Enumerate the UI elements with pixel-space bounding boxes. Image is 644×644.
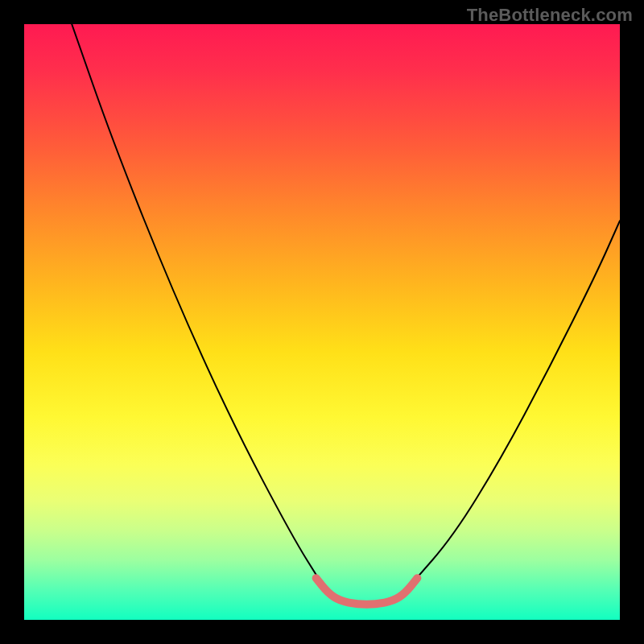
series-trough-highlight (316, 578, 418, 605)
chart-frame: TheBottleneck.com (0, 0, 644, 644)
watermark-text: TheBottleneck.com (467, 5, 633, 26)
plot-area (24, 24, 620, 620)
series-bottleneck-curve-left (72, 24, 322, 584)
curve-canvas (24, 24, 620, 620)
series-bottleneck-curve-right (411, 221, 620, 584)
